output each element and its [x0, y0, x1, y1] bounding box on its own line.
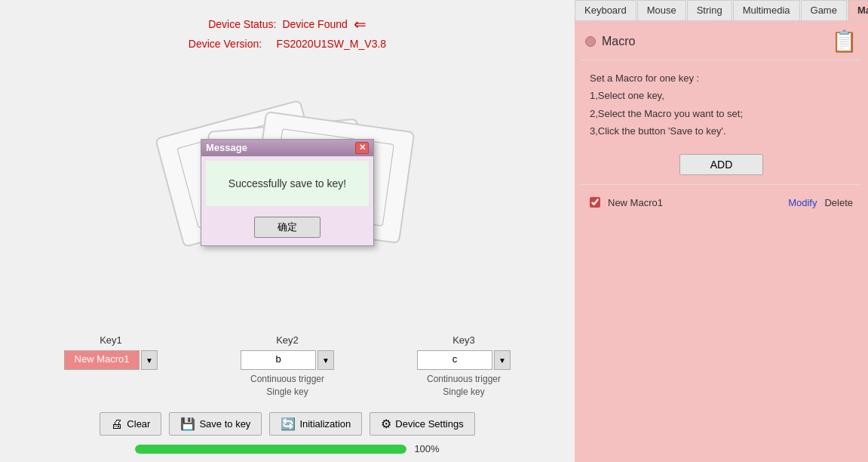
device-settings-label: Device Settings — [395, 418, 463, 430]
progress-bar-fill — [135, 445, 406, 454]
key2-select-row: b ▼ — [241, 350, 334, 370]
save-icon: 💾 — [180, 417, 195, 431]
key1-dropdown-arrow[interactable]: ▼ — [141, 350, 158, 370]
version-value: FS2020U1SW_M_V3.8 — [277, 38, 387, 50]
dialog-overlay: Message ✕ Successfully save to key! 确定 — [0, 50, 575, 334]
tab-string[interactable]: String — [687, 0, 732, 20]
key-group-2: Key2 b ▼ Continuous triggerSingle key — [241, 334, 334, 399]
key1-label: Key1 — [100, 334, 122, 346]
add-button[interactable]: ADD — [679, 154, 764, 175]
instruction-line-1: Set a Macro for one key : — [590, 69, 853, 87]
message-dialog: Message ✕ Successfully save to key! 确定 — [201, 139, 374, 246]
key3-subtitle: Continuous triggerSingle key — [427, 373, 501, 399]
macro-title-row: Macro — [585, 35, 635, 48]
instruction-line-4: 3,Click the button 'Save to key'. — [590, 122, 853, 140]
macro-icon: 📋 — [831, 29, 857, 54]
key1-select[interactable]: New Macro1 — [64, 350, 140, 370]
dialog-footer: 确定 — [201, 211, 373, 245]
key1-select-row: New Macro1 ▼ — [64, 350, 158, 370]
settings-icon: ⚙ — [381, 417, 391, 431]
save-to-key-button[interactable]: 💾 Save to key — [169, 412, 262, 436]
clear-icon: 🖨 — [111, 417, 123, 431]
right-panel: Keyboard Mouse String Multimedia Game Ma… — [575, 0, 868, 462]
macro-item-name: New Macro1 — [608, 197, 781, 208]
initialization-icon: 🔄 — [281, 417, 296, 431]
progress-label: 100% — [414, 443, 439, 454]
dialog-title: Message — [206, 142, 247, 153]
macro-header: Macro 📋 — [575, 21, 868, 60]
dialog-body: Successfully save to key! — [206, 161, 369, 206]
status-label: Device Status: — [208, 18, 276, 30]
left-panel: Device Status: Device Found ⇐ Device Ver… — [0, 0, 575, 462]
tabs-bar: Keyboard Mouse String Multimedia Game Ma… — [575, 0, 868, 21]
version-label: Device Version: — [189, 38, 262, 50]
macro-delete-link[interactable]: Delete — [824, 197, 853, 208]
dialog-ok-button[interactable]: 确定 — [254, 217, 321, 238]
clear-label: Clear — [127, 418, 150, 430]
macro-divider-2 — [581, 184, 862, 185]
macro-item-row: New Macro1 Modify Delete — [575, 194, 868, 211]
initialization-label: Initialization — [299, 418, 351, 430]
macro-instructions: Set a Macro for one key : 1,Select one k… — [575, 60, 868, 149]
device-settings-button[interactable]: ⚙ Device Settings — [370, 412, 474, 436]
key-group-1: Key1 New Macro1 ▼ — [64, 334, 158, 370]
initialization-button[interactable]: 🔄 Initialization — [269, 412, 362, 436]
key2-select[interactable]: b — [241, 350, 316, 370]
dialog-message: Successfully save to key! — [229, 177, 346, 189]
keyboard-area: ⌨ ⌨ ⌨ Message ✕ Succ — [0, 50, 575, 334]
clear-button[interactable]: 🖨 Clear — [100, 412, 161, 436]
device-info: Device Status: Device Found ⇐ Device Ver… — [0, 0, 575, 50]
key2-subtitle: Continuous triggerSingle key — [250, 373, 324, 399]
status-value: Device Found — [282, 18, 347, 30]
macro-modify-link[interactable]: Modify — [788, 197, 817, 208]
key3-select[interactable]: c — [417, 350, 492, 370]
tab-game[interactable]: Game — [801, 0, 847, 20]
instruction-line-3: 2,Select the Macro you want to set; — [590, 105, 853, 122]
key3-dropdown-arrow[interactable]: ▼ — [494, 350, 511, 370]
key2-label: Key2 — [276, 334, 299, 346]
progress-bar-wrap — [135, 445, 406, 454]
key2-dropdown-arrow[interactable]: ▼ — [317, 350, 334, 370]
dialog-titlebar: Message ✕ — [201, 140, 373, 156]
macro-checkbox[interactable] — [590, 197, 600, 208]
macro-dot — [585, 36, 596, 47]
dialog-close-button[interactable]: ✕ — [355, 142, 369, 154]
key3-label: Key3 — [452, 334, 475, 346]
key-row: Key1 New Macro1 ▼ Key2 b ▼ Continuous tr… — [0, 334, 575, 399]
tab-mouse[interactable]: Mouse — [637, 0, 686, 20]
bottom-buttons: 🖨 Clear 💾 Save to key 🔄 Initialization ⚙… — [0, 406, 575, 440]
macro-title: Macro — [602, 35, 635, 48]
key3-select-row: c ▼ — [417, 350, 511, 370]
progress-area: 100% — [0, 440, 575, 462]
key-group-3: Key3 c ▼ Continuous triggerSingle key — [417, 334, 511, 399]
add-button-wrap: ADD — [575, 149, 868, 184]
tab-keyboard[interactable]: Keyboard — [575, 0, 636, 20]
instruction-line-2: 1,Select one key, — [590, 87, 853, 104]
save-to-key-label: Save to key — [199, 418, 250, 430]
tab-multimedia[interactable]: Multimedia — [733, 0, 800, 20]
usb-icon: ⇐ — [354, 15, 367, 33]
tab-macro[interactable]: Macro — [848, 0, 868, 20]
